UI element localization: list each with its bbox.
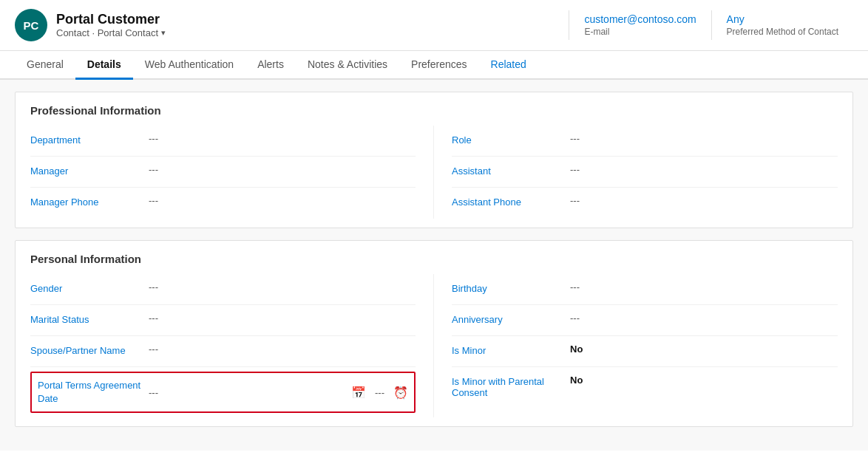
anniversary-value: --- xyxy=(570,312,838,324)
tab-notes-activities[interactable]: Notes & Activities xyxy=(296,51,399,80)
header-fields: customer@contoso.com E-mail Any Preferre… xyxy=(569,10,853,40)
marital-status-label: Marital Status xyxy=(30,312,149,325)
birthday-label: Birthday xyxy=(452,281,570,294)
avatar: PC xyxy=(15,9,47,41)
spouse-name-row: Spouse/Partner Name --- xyxy=(30,336,416,367)
email-value: customer@contoso.com xyxy=(584,13,696,25)
is-minor-label: Is Minor xyxy=(452,344,570,356)
professional-info-section: Professional Information Department --- … xyxy=(15,92,853,228)
spouse-name-label: Spouse/Partner Name xyxy=(30,344,149,356)
clock-icon[interactable]: ⏰ xyxy=(393,386,408,400)
professional-left-col: Department --- Manager --- Manager Phone… xyxy=(30,126,434,219)
spouse-name-value: --- xyxy=(149,344,416,355)
tab-web-authentication[interactable]: Web Authentication xyxy=(133,51,245,80)
assistant-value: --- xyxy=(570,164,838,175)
manager-phone-label: Manager Phone xyxy=(30,195,149,208)
anniversary-label: Anniversary xyxy=(452,312,570,325)
contact-name: Portal Customer xyxy=(56,12,569,27)
email-label: E-mail xyxy=(584,27,696,37)
nav-tabs: General Details Web Authentication Alert… xyxy=(0,51,868,80)
department-value: --- xyxy=(149,133,416,144)
personal-right-col: Birthday --- Anniversary --- Is Minor No… xyxy=(434,274,838,417)
assistant-phone-value: --- xyxy=(570,195,838,206)
professional-form-grid: Department --- Manager --- Manager Phone… xyxy=(30,126,838,219)
professional-section-title: Professional Information xyxy=(30,104,838,117)
portal-terms-value1: --- xyxy=(149,387,345,398)
contact-info: Portal Customer Contact · Portal Contact… xyxy=(56,12,569,38)
department-row: Department --- xyxy=(30,126,416,157)
manager-label: Manager xyxy=(30,164,149,177)
role-value: --- xyxy=(570,133,838,144)
gender-label: Gender xyxy=(30,281,149,294)
contact-method-label: Preferred Method of Contact xyxy=(727,27,838,37)
portal-terms-value2: --- xyxy=(375,387,384,398)
email-field: customer@contoso.com E-mail xyxy=(569,10,711,40)
role-label: Role xyxy=(452,133,570,146)
portal-terms-icons: 📅 --- ⏰ xyxy=(351,386,408,400)
assistant-row: Assistant --- xyxy=(452,157,838,188)
portal-terms-label: Portal Terms Agreement Date xyxy=(38,379,149,406)
tab-preferences[interactable]: Preferences xyxy=(399,51,478,80)
anniversary-row: Anniversary --- xyxy=(452,305,838,336)
is-minor-parental-value: No xyxy=(570,375,838,386)
tab-related[interactable]: Related xyxy=(479,51,538,80)
personal-info-section: Personal Information Gender --- Marital … xyxy=(15,240,853,427)
professional-right-col: Role --- Assistant --- Assistant Phone -… xyxy=(434,126,838,219)
contact-method-value: Any xyxy=(727,13,838,25)
birthday-row: Birthday --- xyxy=(452,274,838,305)
manager-phone-row: Manager Phone --- xyxy=(30,188,416,219)
assistant-phone-label: Assistant Phone xyxy=(452,195,570,208)
tab-alerts[interactable]: Alerts xyxy=(245,51,296,80)
personal-section-title: Personal Information xyxy=(30,253,838,265)
manager-row: Manager --- xyxy=(30,157,416,188)
personal-left-col: Gender --- Marital Status --- Spouse/Par… xyxy=(30,274,434,417)
is-minor-parental-row: Is Minor with Parental Consent No xyxy=(452,367,838,406)
marital-status-row: Marital Status --- xyxy=(30,305,416,336)
personal-form-grid: Gender --- Marital Status --- Spouse/Par… xyxy=(30,274,838,417)
calendar-icon[interactable]: 📅 xyxy=(351,386,366,400)
subtitle-chevron-icon[interactable]: ▾ xyxy=(161,28,166,38)
page-header: PC Portal Customer Contact · Portal Cont… xyxy=(0,0,868,51)
content-area: Professional Information Department --- … xyxy=(0,80,868,451)
assistant-phone-row: Assistant Phone --- xyxy=(452,188,838,219)
is-minor-parental-label: Is Minor with Parental Consent xyxy=(452,375,570,398)
contact-subtitle: Contact · Portal Contact ▾ xyxy=(56,27,569,38)
tab-details[interactable]: Details xyxy=(75,51,133,80)
contact-type: Contact · Portal Contact xyxy=(56,27,158,38)
tab-general[interactable]: General xyxy=(15,51,75,80)
role-row: Role --- xyxy=(452,126,838,157)
gender-row: Gender --- xyxy=(30,274,416,305)
portal-terms-row: Portal Terms Agreement Date --- 📅 --- ⏰ xyxy=(30,372,416,413)
department-label: Department xyxy=(30,133,149,146)
contact-method-field: Any Preferred Method of Contact xyxy=(711,10,853,40)
birthday-value: --- xyxy=(570,281,838,293)
marital-status-value: --- xyxy=(149,312,416,324)
is-minor-value: No xyxy=(570,344,838,355)
is-minor-row: Is Minor No xyxy=(452,336,838,367)
gender-value: --- xyxy=(149,281,416,293)
manager-value: --- xyxy=(149,164,416,175)
manager-phone-value: --- xyxy=(149,195,416,206)
assistant-label: Assistant xyxy=(452,164,570,177)
